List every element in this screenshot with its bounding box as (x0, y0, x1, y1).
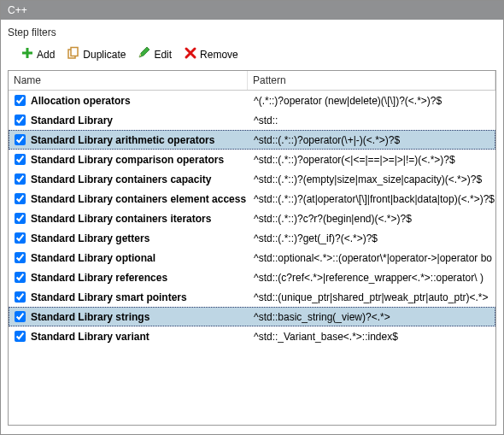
column-header-name[interactable]: Name (9, 71, 248, 90)
cell-pattern: ^std::(.*::)?(empty|size|max_size|capaci… (249, 173, 495, 185)
table-row[interactable]: Standard Library comparison operators^st… (9, 150, 495, 169)
cell-name: Standard Library arithmetic operators (9, 134, 249, 146)
window: C++ Step filters Add Duplicate Edit (0, 0, 504, 435)
cell-pattern: ^std::optional<.*>::(operator\*|operator… (249, 252, 495, 264)
row-name-label: Standard Library smart pointers (31, 291, 187, 303)
row-pattern-text: ^std::optional<.*>::(operator\*|operator… (254, 252, 492, 264)
cell-pattern: ^std::(.*::)?(at|operator\[\]|front|back… (249, 193, 495, 205)
body: Step filters Add Duplicate Edit (1, 20, 503, 434)
duplicate-icon (67, 46, 80, 62)
table-body: Allocation operators^(.*::)?operator (ne… (9, 91, 495, 346)
cell-name: Standard Library containers iterators (9, 213, 249, 225)
column-header-pattern[interactable]: Pattern (248, 71, 495, 90)
row-name-label: Standard Library references (31, 272, 167, 284)
row-pattern-text: ^std::(.*::)?operator(\+|-)(<.*>)?$ (254, 134, 400, 146)
row-pattern-text: ^std::(.*::)?operator(<|<=|==|>=|>|!=)(<… (254, 154, 455, 166)
row-name-label: Standard Library arithmetic operators (31, 134, 214, 146)
row-checkbox[interactable] (15, 134, 26, 145)
titlebar: C++ (1, 1, 503, 20)
row-checkbox[interactable] (15, 115, 26, 126)
cell-pattern: ^std:: (249, 115, 495, 126)
table-header: Name Pattern (9, 71, 495, 91)
row-name-label: Allocation operators (31, 95, 131, 107)
row-checkbox[interactable] (15, 311, 26, 322)
row-checkbox[interactable] (15, 291, 26, 303)
cell-pattern: ^std::_Variant_base<.*>::index$ (249, 331, 495, 343)
cell-name: Standard Library comparison operators (9, 154, 249, 166)
svg-rect-3 (71, 48, 78, 56)
table-row[interactable]: Standard Library containers iterators^st… (9, 209, 495, 228)
duplicate-label: Duplicate (83, 49, 126, 61)
cell-pattern: ^std::(.*::)?operator(<|<=|==|>=|>|!=)(<… (249, 154, 495, 166)
cell-pattern: ^std::(.*::)?get(_if)?(<.*>)?$ (249, 232, 495, 244)
row-pattern-text: ^std::(.*::)?(empty|size|max_size|capaci… (254, 173, 482, 185)
table-row[interactable]: Standard Library references^std::(c?ref<… (9, 267, 495, 287)
row-pattern-text: ^std::(.*::)?(at|operator\[\]|front|back… (254, 193, 495, 205)
row-name-label: Standard Library containers capacity (31, 173, 211, 185)
remove-button[interactable]: Remove (179, 44, 243, 65)
table-row[interactable]: Standard Library optional^std::optional<… (9, 248, 495, 267)
row-name-label: Standard Library (31, 115, 113, 126)
cell-name: Standard Library containers capacity (9, 173, 249, 185)
cell-name: Standard Library (9, 115, 249, 126)
table-row[interactable]: Standard Library containers capacity^std… (9, 169, 495, 189)
row-checkbox[interactable] (15, 252, 26, 263)
cell-pattern: ^std::(.*::)?operator(\+|-)(<.*>)?$ (249, 134, 495, 146)
row-name-label: Standard Library getters (31, 232, 149, 244)
cell-name: Standard Library getters (9, 232, 249, 244)
row-checkbox[interactable] (15, 173, 26, 185)
cell-pattern: ^std::(.*::)?c?r?(begin|end)(<.*>)?$ (249, 213, 495, 225)
table-row[interactable]: Standard Library arithmetic operators^st… (9, 130, 495, 150)
row-pattern-text: ^std::basic_string(_view)?<.*> (254, 311, 390, 323)
cell-pattern: ^std::(c?ref<.*>|reference_wrapper<.*>::… (249, 272, 495, 284)
row-name-label: Standard Library containers iterators (31, 213, 211, 225)
row-name-label: Standard Library variant (31, 331, 149, 343)
row-pattern-text: ^std::(.*::)?get(_if)?(<.*>)?$ (254, 232, 378, 244)
row-checkbox[interactable] (15, 272, 26, 283)
svg-rect-1 (22, 52, 32, 55)
add-button[interactable]: Add (16, 44, 59, 65)
table-row[interactable]: Standard Library variant^std::_Variant_b… (9, 326, 495, 346)
edit-button[interactable]: Edit (133, 44, 176, 65)
cell-name: Standard Library strings (9, 311, 249, 323)
row-checkbox[interactable] (15, 213, 26, 224)
row-pattern-text: ^(.*::)?operator (new|delete)(\[\])?(<.*… (254, 95, 442, 107)
row-checkbox[interactable] (15, 331, 26, 342)
remove-label: Remove (200, 49, 238, 61)
pencil-icon (138, 46, 151, 62)
table-row[interactable]: Allocation operators^(.*::)?operator (ne… (9, 91, 495, 110)
row-pattern-text: ^std::(c?ref<.*>|reference_wrapper<.*>::… (254, 272, 483, 284)
section-title: Step filters (8, 26, 496, 38)
row-name-label: Standard Library containers element acce… (31, 193, 246, 205)
row-checkbox[interactable] (15, 154, 26, 165)
cell-pattern: ^(.*::)?operator (new|delete)(\[\])?(<.*… (249, 95, 495, 107)
table-row[interactable]: Standard Library containers element acce… (9, 189, 495, 209)
row-checkbox[interactable] (15, 232, 26, 244)
row-name-label: Standard Library optional (31, 252, 155, 264)
row-pattern-text: ^std::(.*::)?c?r?(begin|end)(<.*>)?$ (254, 213, 412, 225)
table-row[interactable]: Standard Library^std:: (9, 110, 495, 130)
cell-name: Standard Library references (9, 272, 249, 284)
cell-name: Standard Library smart pointers (9, 291, 249, 303)
row-pattern-text: ^std::_Variant_base<.*>::index$ (254, 331, 398, 343)
window-title: C++ (8, 4, 27, 16)
row-checkbox[interactable] (15, 95, 26, 106)
row-pattern-text: ^std:: (254, 115, 278, 126)
cell-pattern: ^std::basic_string(_view)?<.*> (249, 311, 495, 323)
cell-name: Standard Library containers element acce… (9, 193, 249, 205)
edit-label: Edit (154, 49, 172, 61)
add-label: Add (37, 49, 55, 61)
row-pattern-text: ^std::(unique_ptr|shared_ptr|weak_ptr|au… (254, 291, 488, 303)
plus-icon (21, 46, 34, 62)
table-row[interactable]: Standard Library getters^std::(.*::)?get… (9, 228, 495, 248)
row-name-label: Standard Library comparison operators (31, 154, 224, 166)
row-name-label: Standard Library strings (31, 311, 149, 323)
row-checkbox[interactable] (15, 193, 26, 204)
duplicate-button[interactable]: Duplicate (62, 44, 130, 65)
filters-table: Name Pattern Allocation operators^(.*::)… (8, 70, 496, 426)
cell-name: Allocation operators (9, 95, 249, 107)
table-row[interactable]: Standard Library smart pointers^std::(un… (9, 287, 495, 307)
cell-pattern: ^std::(unique_ptr|shared_ptr|weak_ptr|au… (249, 291, 495, 303)
cell-name: Standard Library optional (9, 252, 249, 264)
table-row[interactable]: Standard Library strings^std::basic_stri… (9, 307, 495, 326)
